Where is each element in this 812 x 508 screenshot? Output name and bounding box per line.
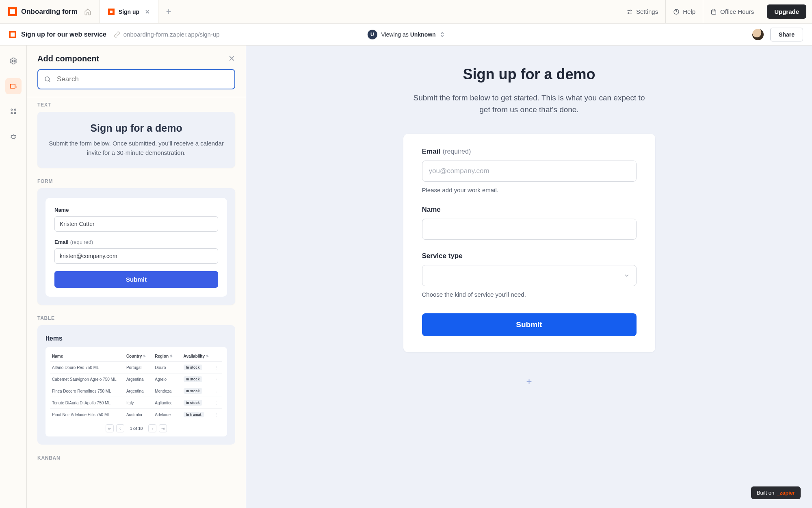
- table-row: Tenute DiAuria Di Apollo 750 MLItalyAgli…: [50, 397, 222, 409]
- component-form-card[interactable]: Name Kristen Cutter Email(required) kris…: [37, 188, 235, 305]
- text-card-body: Submit the form below. Once submitted, y…: [48, 139, 225, 157]
- component-panel: Add component ✕ TEXT Sign up for a demo …: [27, 46, 246, 508]
- section-label-form: FORM: [27, 174, 246, 188]
- settings-link[interactable]: Settings: [619, 0, 665, 23]
- name-field[interactable]: [422, 219, 637, 240]
- zapier-logo-icon: [108, 9, 115, 15]
- rail-components[interactable]: [5, 78, 22, 94]
- help-link[interactable]: Help: [665, 0, 703, 23]
- svg-point-9: [14, 113, 15, 114]
- text-card-heading: Sign up for a demo: [48, 122, 225, 134]
- svg-rect-3: [712, 10, 716, 14]
- table-row: Altano Douro Red 750 MLPortugalDouroIn s…: [50, 362, 222, 373]
- new-tab-button[interactable]: +: [158, 0, 179, 23]
- preview-subheading: Submit the form below to get started. Th…: [407, 92, 651, 116]
- search-input[interactable]: [56, 75, 229, 84]
- built-on-badge[interactable]: Built on _zapier: [751, 486, 801, 499]
- component-table-card[interactable]: Items Name Country⇅ Region⇅ Availability…: [37, 325, 235, 445]
- component-text-card[interactable]: Sign up for a demo Submit the form below…: [37, 112, 235, 168]
- svg-point-4: [12, 60, 14, 62]
- home-icon: [84, 8, 91, 15]
- table-row: Cabernet Sauvignon Agrelo 750 MLArgentin…: [50, 373, 222, 385]
- section-label-text: TEXT: [27, 97, 246, 112]
- add-component-below[interactable]: +: [522, 374, 537, 389]
- svg-point-1: [628, 13, 629, 14]
- root-tab[interactable]: Onboarding form: [0, 0, 100, 23]
- pager-prev[interactable]: ‹: [116, 424, 124, 432]
- table-row: Pinot Noir Adelaide Hills 750 MLAustrali…: [50, 409, 222, 420]
- page-url[interactable]: onboarding-form.zapier.app/sign-up: [123, 31, 220, 38]
- viewing-as-pill[interactable]: U Viewing as Unknown: [367, 30, 444, 39]
- mini-table: Name Country⇅ Region⇅ Availability⇅ Alta…: [45, 347, 227, 436]
- section-label-table: TABLE: [27, 310, 246, 325]
- section-label-kanban: KANBAN: [27, 450, 246, 465]
- calendar-icon: [710, 9, 717, 15]
- upgrade-button[interactable]: Upgrade: [767, 4, 806, 19]
- service-type-select[interactable]: [422, 265, 637, 286]
- close-tab-icon[interactable]: ✕: [145, 9, 150, 15]
- rail-settings[interactable]: [5, 53, 22, 69]
- svg-point-8: [11, 113, 12, 114]
- user-badge-icon: U: [367, 30, 377, 39]
- help-icon: [673, 9, 680, 15]
- close-panel-button[interactable]: ✕: [228, 54, 235, 63]
- svg-rect-5: [10, 84, 15, 88]
- tab-sign-up[interactable]: Sign up ✕: [100, 0, 158, 23]
- pager-last[interactable]: ⇥: [159, 424, 167, 432]
- service-help-text: Choose the kind of service you'll need.: [422, 291, 637, 298]
- preview-heading: Sign up for a demo: [383, 66, 676, 83]
- top-tab-bar: Onboarding form Sign up ✕ + Settings Hel…: [0, 0, 812, 24]
- office-hours-link[interactable]: Office Hours: [703, 0, 761, 23]
- table-row: Finca Decero Remolinos 750 MLArgentinaMe…: [50, 385, 222, 397]
- page-title: Sign up for our web service: [21, 31, 106, 38]
- svg-point-11: [45, 77, 50, 81]
- search-input-wrap[interactable]: [37, 69, 235, 89]
- rail-debug[interactable]: [5, 128, 22, 145]
- submit-button[interactable]: Submit: [422, 313, 637, 336]
- chevron-up-down-icon: [440, 32, 445, 37]
- email-field[interactable]: [422, 161, 637, 182]
- share-button[interactable]: Share: [770, 28, 803, 41]
- pager-first[interactable]: ⇤: [106, 424, 114, 432]
- search-icon: [44, 76, 51, 83]
- rail-data[interactable]: [5, 103, 22, 119]
- left-rail: [0, 46, 27, 508]
- preview-form: Email(required) Please add your work ema…: [403, 134, 655, 352]
- canvas-preview: Sign up for a demo Submit the form below…: [246, 46, 812, 508]
- svg-point-6: [11, 109, 12, 110]
- avatar[interactable]: [752, 29, 764, 40]
- tab-label: Sign up: [119, 9, 139, 15]
- root-tab-label: Onboarding form: [21, 8, 78, 16]
- zapier-logo-icon: [9, 31, 16, 38]
- pager-next[interactable]: ›: [148, 424, 156, 432]
- sliders-icon: [626, 9, 633, 15]
- page-sub-bar: Sign up for our web service onboarding-f…: [0, 24, 812, 46]
- link-icon: [114, 31, 120, 38]
- zapier-logo-icon: [8, 7, 17, 16]
- svg-point-0: [630, 10, 631, 11]
- svg-point-10: [11, 135, 15, 139]
- email-help-text: Please add your work email.: [422, 187, 637, 193]
- svg-point-7: [14, 109, 15, 110]
- panel-title: Add component: [37, 54, 99, 63]
